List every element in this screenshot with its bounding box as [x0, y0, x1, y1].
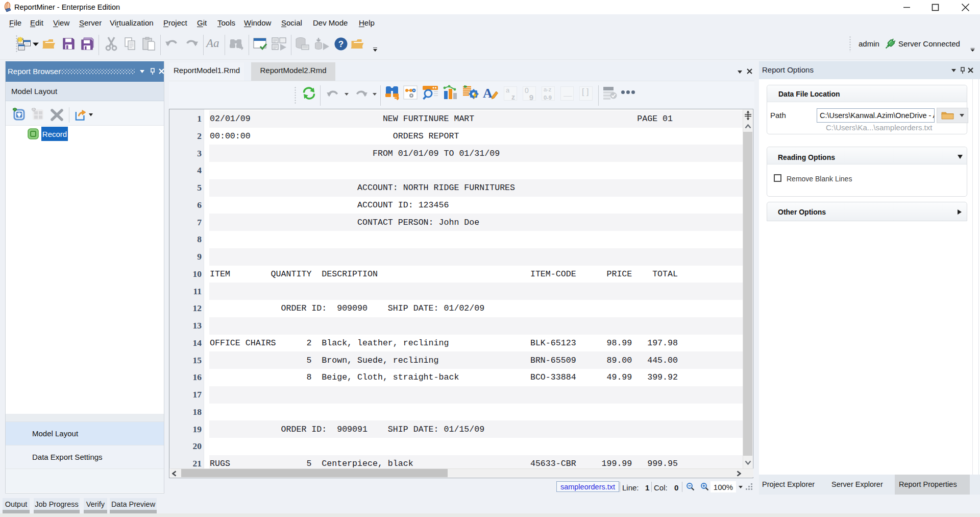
svg-text:A: A [483, 86, 493, 101]
svg-text:?: ? [338, 39, 344, 49]
